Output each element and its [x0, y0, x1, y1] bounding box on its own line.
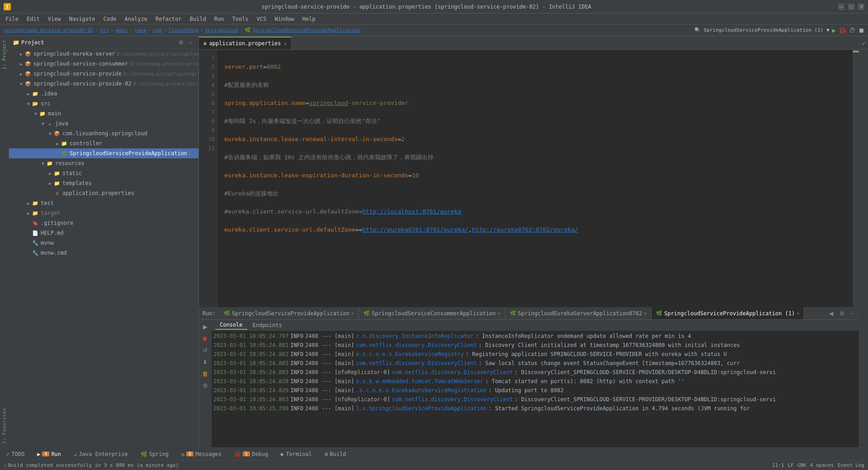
- close-button[interactable]: ✕: [858, 4, 864, 10]
- tree-item-main[interactable]: ▼ 📁 main: [9, 109, 198, 119]
- editor-tab-label: application.properties: [209, 40, 281, 47]
- favorites-side-tab[interactable]: 2: Favorites: [0, 404, 9, 447]
- minimize-button[interactable]: ─: [838, 4, 844, 10]
- todo-tool[interactable]: ✓ TODO: [4, 450, 27, 458]
- run-tabs-close[interactable]: –: [848, 309, 857, 318]
- run-tab-close-1[interactable]: ✕: [351, 311, 354, 316]
- module-icon: 📦: [24, 70, 32, 77]
- run-tabs-settings[interactable]: ⚙: [837, 309, 846, 318]
- tree-item-target[interactable]: ▶ 📁 target: [9, 208, 198, 218]
- terminal-tool[interactable]: ▶ Terminal: [278, 450, 315, 458]
- code-editor[interactable]: server.port=8082 #配置服务的名称 spring.applica…: [217, 50, 853, 307]
- console-tab[interactable]: Console: [215, 321, 247, 330]
- run-stop-btn[interactable]: ⏹: [200, 333, 210, 343]
- bc-main[interactable]: main: [116, 27, 128, 33]
- run-clear-btn[interactable]: 🗑: [200, 369, 210, 379]
- main-area: 1: Project 2: Favorites 📁 Project ⚙ – ▶ …: [0, 36, 868, 447]
- tree-item-mvnwcmd[interactable]: ▶ 🔧 mvnw.cmd: [9, 248, 198, 258]
- run-settings-btn[interactable]: ⚙: [200, 380, 210, 390]
- run-button[interactable]: ▶: [832, 27, 836, 34]
- menu-navigate[interactable]: Navigate: [66, 15, 99, 23]
- right-check-icon[interactable]: ✓: [860, 38, 867, 49]
- tree-item-resources[interactable]: ▼ 📁 resources: [9, 158, 198, 168]
- tree-item-provide[interactable]: ▶ 📦 springcloud-service-provide D:\xinch…: [9, 69, 198, 79]
- run-config-selector[interactable]: SpringcloudServiceProvideApplication (1)…: [703, 27, 829, 33]
- spring-label: Spring: [149, 451, 169, 457]
- project-panel-title: Project: [21, 39, 44, 46]
- menu-analyze[interactable]: Analyze: [121, 15, 151, 23]
- line-ending-indicator[interactable]: LF: [788, 462, 793, 468]
- bc-lixuanhong[interactable]: lixuanhong: [169, 27, 198, 33]
- run-tab-1[interactable]: 🌿 SpringcloudServiceProvideApplication ✕: [219, 307, 359, 320]
- tree-item-idea[interactable]: ▶ 📁 .idea: [9, 89, 198, 99]
- tree-item-templates[interactable]: ▶ 📁 templates: [9, 178, 198, 188]
- todo-icon: ✓: [6, 451, 9, 457]
- run-tab-close-4[interactable]: ✕: [797, 311, 799, 316]
- menu-tools[interactable]: Tools: [229, 15, 252, 23]
- tree-item-test[interactable]: ▶ 📁 test: [9, 198, 198, 208]
- bc-module[interactable]: springcloud-service-provide-02: [4, 27, 94, 33]
- menu-window[interactable]: Window: [271, 15, 297, 23]
- tab-close-btn[interactable]: ✕: [284, 41, 287, 47]
- run-tab-close-3[interactable]: ✕: [644, 311, 646, 316]
- tree-item-provide02[interactable]: ▼ 📦 springcloud-service-provide-02 D:\xi…: [9, 79, 198, 89]
- menu-code[interactable]: Code: [100, 15, 120, 23]
- charset-indicator[interactable]: GBK: [797, 462, 807, 468]
- project-side-tab[interactable]: 1: Project: [0, 36, 9, 73]
- stop-button[interactable]: ⏹: [858, 27, 864, 34]
- run-tab-2[interactable]: 🌿 SpringcloudServiceConsummerApplication…: [359, 307, 505, 320]
- run-tool[interactable]: ▶ 4 Run: [34, 450, 64, 458]
- debug-tool[interactable]: 🐞 5 Debug: [231, 450, 271, 458]
- line-col-indicator[interactable]: 11:1: [772, 462, 784, 468]
- menu-file[interactable]: File: [2, 15, 22, 23]
- panel-settings-btn[interactable]: ⚙: [177, 38, 185, 47]
- bc-class[interactable]: SpringcloudServiceProvideApplication: [253, 27, 360, 33]
- tree-item-java[interactable]: ▼ ☕ java: [9, 119, 198, 128]
- menu-build[interactable]: Build: [186, 15, 210, 23]
- event-log-indicator[interactable]: Event Log: [837, 462, 864, 468]
- debug-button[interactable]: 🐞: [839, 27, 846, 34]
- menu-view[interactable]: View: [44, 15, 65, 23]
- run-tab-close-2[interactable]: ✕: [498, 311, 500, 316]
- menu-help[interactable]: Help: [299, 15, 319, 23]
- bc-src[interactable]: src: [100, 27, 109, 33]
- bc-java[interactable]: java: [134, 27, 146, 33]
- bc-springcloud[interactable]: springcloud: [205, 27, 238, 33]
- spring-tool[interactable]: 🌿 Spring: [138, 450, 171, 458]
- endpoints-tab[interactable]: Endpoints: [248, 321, 287, 329]
- log-line: 2023-03-01 10:05:24.803 INFO 2408 --- [n…: [213, 368, 857, 377]
- tree-item-controller[interactable]: ▶ 📁 controller: [9, 138, 198, 148]
- tree-item-src[interactable]: ▼ 📂 src: [9, 99, 198, 109]
- run-tab-3[interactable]: 🌿 SpringcloudEurekaServerApplication8762…: [505, 307, 652, 320]
- tree-item-gitignore[interactable]: ▶ 🔖 .gitignore: [9, 218, 198, 228]
- menu-edit[interactable]: Edit: [23, 15, 43, 23]
- tree-item-help[interactable]: ▶ 📄 HELP.md: [9, 228, 198, 238]
- run-tabs-scroll-left[interactable]: ◀: [826, 309, 835, 318]
- tree-item-static[interactable]: ▶ 📁 static: [9, 168, 198, 178]
- menu-refactor[interactable]: Refactor: [152, 15, 185, 23]
- run-rerun-btn[interactable]: ↺: [200, 345, 210, 355]
- tree-item-spring-app[interactable]: ▶ 🌿 SpringcloudServiceProvideApplication: [9, 148, 198, 158]
- java-enterprise-tool[interactable]: ☕ Java Enterprise: [71, 450, 131, 458]
- editor-tab-appprops[interactable]: ⚙ application.properties ✕: [199, 37, 292, 49]
- tree-item-package[interactable]: ▼ 📦 com.lixuanhong.springcloud: [9, 128, 198, 138]
- panel-collapse-btn[interactable]: –: [187, 38, 195, 47]
- menu-vcs[interactable]: VCS: [253, 15, 270, 23]
- run-play-btn[interactable]: ▶: [200, 322, 210, 332]
- build-tool[interactable]: ⚙ Build: [322, 450, 349, 458]
- spring-icon: 🌿: [656, 310, 662, 316]
- indent-indicator[interactable]: 4 spaces: [810, 462, 834, 468]
- folder-icon: 📁: [53, 180, 61, 187]
- tree-item-eureka-server[interactable]: ▶ 📦 springcloud-eureka-server D:\xinchen…: [9, 49, 198, 59]
- coverage-button[interactable]: ⏱: [849, 27, 855, 34]
- tree-item-consummer[interactable]: ▶ 📦 springcloud-service-consummer D:\xin…: [9, 59, 198, 69]
- tree-item-appprops[interactable]: ▶ ⚙ application.properties: [9, 188, 198, 198]
- menu-run[interactable]: Run: [211, 15, 228, 23]
- tree-item-mvnw[interactable]: ▶ 🔧 mvnw: [9, 238, 198, 248]
- editor-scrollbar[interactable]: [853, 50, 859, 307]
- run-scroll-end-btn[interactable]: ⬇: [200, 357, 210, 367]
- run-tab-4[interactable]: 🌿 SpringcloudServiceProvideApplication (…: [651, 307, 804, 320]
- maximize-button[interactable]: □: [848, 4, 854, 10]
- bc-com[interactable]: com: [153, 27, 162, 33]
- messages-tool[interactable]: ✉ 0 Messages: [179, 450, 224, 458]
